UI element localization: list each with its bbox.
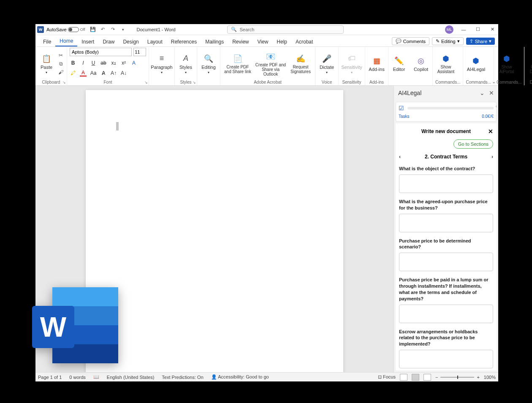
addins-button[interactable]: ▦ Add-ins — [368, 50, 385, 78]
question-input[interactable] — [399, 214, 493, 232]
tab-layout[interactable]: Layout — [143, 37, 167, 46]
tab-acrobat[interactable]: Acrobat — [291, 37, 317, 46]
font-color-button[interactable]: A — [80, 70, 87, 76]
tasks-label[interactable]: Tasks — [399, 114, 410, 119]
avatar[interactable]: ML — [445, 25, 453, 34]
copilot-button[interactable]: ◎ Copilot — [412, 50, 430, 78]
font-name-select[interactable]: Aptos (Body) — [70, 48, 132, 56]
zoom-slider[interactable]: − + — [435, 375, 480, 380]
ai4legal-pane: AI4Legal ⌄ ✕ ☑ Tasks 0.0€/€ ‹ — [394, 86, 498, 372]
page-indicator[interactable]: Page 1 of 1 — [38, 375, 62, 380]
paste-button[interactable]: 📋 Paste ▾ — [38, 50, 55, 78]
open-deepl-button[interactable]: ⬢ Open DeepL — [527, 50, 532, 78]
font-size-select[interactable]: 11 — [133, 48, 146, 56]
text-effects-button[interactable]: A — [130, 60, 137, 66]
tab-draw[interactable]: Draw — [98, 37, 119, 46]
close-button[interactable]: ✕ — [488, 25, 497, 34]
question-block: Escrow arrangements or holdbacks related… — [399, 329, 493, 370]
question-input[interactable] — [399, 305, 493, 323]
strike-button[interactable]: ab — [100, 60, 107, 66]
autosave-pill[interactable] — [68, 27, 79, 32]
tasks-collapse-icon[interactable]: ‹ — [496, 104, 497, 109]
comments-button[interactable]: 💬 Comments — [392, 37, 429, 45]
language-indicator[interactable]: English (United States) — [107, 375, 155, 380]
shrink-font-button[interactable]: A↓ — [120, 70, 127, 76]
tab-view[interactable]: View — [253, 37, 273, 46]
search-input[interactable]: 🔍 Search — [227, 25, 344, 34]
create-pdf-outlook-button[interactable]: 📧 Create PDF and Share via Outlook — [254, 50, 287, 78]
section-next-icon[interactable]: › — [491, 154, 493, 160]
accessibility-status[interactable]: 👤 Accessibility: Good to go — [211, 374, 269, 380]
sidepane-title: AI4Legal — [398, 90, 421, 96]
zoom-thumb[interactable] — [457, 376, 458, 379]
mic-icon: 🎤 — [322, 54, 332, 64]
minimize-button[interactable]: — — [459, 25, 468, 34]
share-button[interactable]: ⇪ Share ▾ — [466, 38, 495, 45]
focus-mode-button[interactable]: ⊡ Focus — [378, 374, 396, 380]
underline-button[interactable]: U — [90, 60, 97, 66]
read-mode-button[interactable] — [400, 374, 407, 381]
editor-button[interactable]: ✏️ Editor — [391, 50, 407, 78]
document-page[interactable] — [86, 90, 343, 372]
addins-label: Add-ins — [368, 80, 385, 85]
highlight-button[interactable]: 🖍 — [70, 70, 76, 76]
goto-sections-button[interactable]: Go to Sections — [453, 139, 493, 149]
tab-mailings[interactable]: Mailings — [201, 37, 228, 46]
request-signatures-button[interactable]: ✍ Request Signatures — [289, 50, 312, 78]
change-case-button[interactable]: Aa — [90, 70, 97, 76]
ribbon-collapse-icon[interactable]: ⌄ — [492, 79, 496, 84]
grow-font-button[interactable]: A↑ — [110, 70, 117, 76]
bold-button[interactable]: B — [70, 60, 76, 66]
sidepane-collapse-icon[interactable]: ⌄ — [480, 90, 485, 96]
italic-button[interactable]: I — [80, 60, 87, 66]
styles-launcher-icon[interactable]: ↘ — [193, 80, 196, 84]
autosave-toggle[interactable]: AutoSave Off — [46, 27, 85, 32]
word-count[interactable]: 0 words — [69, 375, 86, 380]
zoom-level[interactable]: 100% — [484, 375, 496, 380]
hex-icon: ⬢ — [502, 54, 512, 64]
zoom-in-icon[interactable]: + — [477, 375, 479, 380]
format-painter-icon[interactable]: 🖌 — [57, 69, 64, 76]
tab-home[interactable]: Home — [55, 36, 77, 46]
redo-icon[interactable]: ↷ — [110, 27, 117, 32]
zoom-out-icon[interactable]: − — [435, 375, 438, 380]
question-input[interactable] — [399, 174, 493, 193]
undo-icon[interactable]: ↶ — [100, 27, 106, 32]
save-icon[interactable]: 💾 — [90, 27, 96, 32]
maximize-button[interactable]: ☐ — [474, 25, 482, 34]
cut-icon[interactable]: ✂ — [57, 52, 64, 59]
section-prev-icon[interactable]: ‹ — [399, 154, 401, 160]
editing-button[interactable]: 🔍 Editing ▾ — [200, 50, 217, 78]
question-input[interactable] — [399, 253, 493, 271]
tab-file[interactable]: File — [39, 37, 55, 46]
clipboard-launcher-icon[interactable]: ↘ — [62, 80, 66, 84]
tab-design[interactable]: Design — [119, 37, 143, 46]
question-input[interactable] — [399, 350, 493, 368]
tab-references[interactable]: References — [167, 37, 201, 46]
text-predictions[interactable]: Text Predictions: On — [162, 375, 203, 380]
show-assistant-button[interactable]: ⬢ Show Assistant — [435, 50, 456, 78]
tab-insert[interactable]: Insert — [77, 37, 98, 46]
paragraph-button[interactable]: ≡ Paragraph ▾ — [152, 50, 172, 78]
ai4legal-button[interactable]: ⬢ AI4Legal — [466, 50, 486, 78]
show-aiportal-button[interactable]: ⬢ Show AiPortal — [497, 50, 517, 78]
qat-customize-icon[interactable]: ▾ — [120, 27, 127, 32]
editing-mode-button[interactable]: ✎ Editing ▾ — [432, 37, 464, 45]
tab-help[interactable]: Help — [272, 37, 291, 46]
font-launcher-icon[interactable]: ↘ — [144, 80, 148, 84]
clear-format-button[interactable]: A̷ — [100, 70, 107, 76]
subscript-button[interactable]: x₂ — [110, 60, 117, 66]
tab-review[interactable]: Review — [228, 37, 253, 46]
web-layout-button[interactable] — [423, 374, 431, 381]
superscript-button[interactable]: x² — [120, 60, 127, 66]
zoom-track[interactable] — [440, 377, 474, 378]
create-pdf-share-button[interactable]: 📄 Create PDF and Share link — [223, 50, 252, 78]
dictate-button[interactable]: 🎤 Dictate ▾ — [318, 50, 336, 78]
copy-icon[interactable]: ⧉ — [57, 60, 64, 67]
write-doc-close-icon[interactable]: ✕ — [488, 128, 493, 135]
styles-button[interactable]: A Styles ▾ — [177, 50, 194, 78]
sensitivity-button[interactable]: 🏷 Sensitivity ▾ — [341, 50, 362, 78]
spell-check-icon[interactable]: 📖 — [93, 374, 99, 380]
print-layout-button[interactable] — [412, 374, 419, 381]
sidepane-close-icon[interactable]: ✕ — [489, 90, 494, 96]
